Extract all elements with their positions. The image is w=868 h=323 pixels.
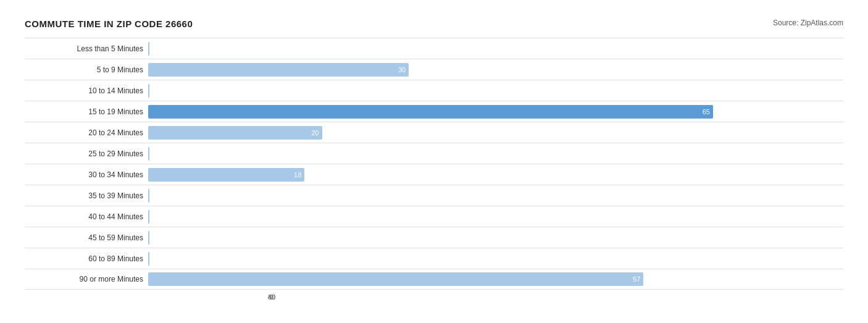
bar-row: 15 to 19 Minutes65 [25,101,843,122]
x-axis-tick: 80 [268,293,275,301]
bar-track [148,42,843,56]
bar-row: 30 to 34 Minutes18 [25,164,843,185]
bar-fill: 18 [148,168,304,182]
chart-container: COMMUTE TIME IN ZIP CODE 26660 Source: Z… [12,12,856,323]
bar-track [148,147,843,161]
bar-fill [148,42,149,56]
chart-header: COMMUTE TIME IN ZIP CODE 26660 Source: Z… [25,19,843,29]
bar-label: 10 to 14 Minutes [25,86,148,95]
bar-row: 60 to 89 Minutes [25,248,843,269]
bar-value: 65 [703,108,710,115]
bar-track [148,189,843,203]
bar-row: 40 to 44 Minutes [25,206,843,227]
bar-row: 45 to 59 Minutes [25,227,843,248]
bar-label: 5 to 9 Minutes [25,65,148,74]
bar-row: 90 or more Minutes57 [25,269,843,290]
bar-track [148,210,843,224]
bar-track: 18 [148,168,843,182]
bar-track: 30 [148,63,843,77]
bar-track: 57 [148,272,843,286]
bar-label: 15 to 19 Minutes [25,107,148,116]
bar-label: 35 to 39 Minutes [25,191,148,200]
bar-label: 40 to 44 Minutes [25,212,148,221]
bar-fill [148,231,149,245]
bar-value: 18 [294,171,301,178]
bar-value: 57 [633,275,640,283]
bar-label: 20 to 24 Minutes [25,128,148,137]
bar-track: 65 [148,105,843,119]
bar-fill: 30 [148,63,409,77]
chart-source: Source: ZipAtlas.com [773,19,843,27]
bar-row: 5 to 9 Minutes30 [25,59,843,80]
bar-label: 45 to 59 Minutes [25,233,148,242]
bar-row: 20 to 24 Minutes20 [25,122,843,143]
chart-body: Less than 5 Minutes5 to 9 Minutes3010 to… [25,38,843,290]
bar-track [148,231,843,245]
bar-label: 25 to 29 Minutes [25,149,148,158]
bar-row: 35 to 39 Minutes [25,185,843,206]
bar-fill [148,252,149,266]
bar-label: 30 to 34 Minutes [25,170,148,179]
bar-label: Less than 5 Minutes [25,44,148,53]
bar-row: 25 to 29 Minutes [25,143,843,164]
bar-fill [148,84,149,98]
bar-label: 60 to 89 Minutes [25,254,148,263]
bar-value: 20 [311,129,319,136]
x-axis: 04080 [148,293,843,306]
bar-track [148,84,843,98]
chart-title: COMMUTE TIME IN ZIP CODE 26660 [25,19,193,29]
bar-fill [148,210,149,224]
bar-fill: 65 [148,105,713,119]
bar-value: 30 [398,66,406,73]
bar-label: 90 or more Minutes [25,275,148,283]
bar-track: 20 [148,126,843,140]
bar-row: 10 to 14 Minutes [25,80,843,101]
bar-fill: 20 [148,126,322,140]
bar-track [148,252,843,266]
bar-fill [148,147,149,161]
bar-row: Less than 5 Minutes [25,38,843,59]
bar-fill: 57 [148,272,643,286]
bar-fill [148,189,149,203]
